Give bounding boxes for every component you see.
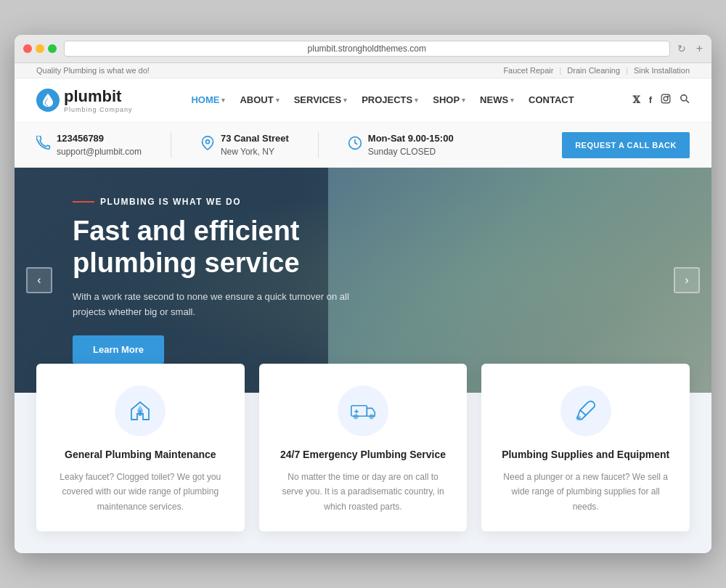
service-card-supplies: Plumbing Supplies and Equipment Need a p… (481, 364, 690, 531)
clock-icon (348, 136, 362, 154)
hero-description: With a work rate second to none we ensur… (73, 290, 378, 320)
close-button[interactable] (23, 44, 32, 53)
instagram-icon[interactable] (661, 94, 671, 106)
contact-address-text: 73 Canal Street New York, NY (221, 131, 289, 159)
reload-button[interactable]: ↻ (677, 43, 686, 54)
hero-cta-button[interactable]: Learn More (73, 335, 164, 364)
hero-section: ‹ PLUMBING IS WHAT WE DO Fast and effici… (15, 168, 711, 393)
nav-icons: 𝕏 f (633, 94, 690, 106)
svg-point-10 (370, 415, 373, 419)
browser-traffic-lights (23, 44, 57, 53)
navbar: plumbit Plumbing Company HOME ▾ ABOUT ▾ … (15, 78, 711, 123)
hero-subtitle-text: PLUMBING IS WHAT WE DO (100, 197, 241, 207)
nav-item-shop[interactable]: SHOP ▾ (433, 94, 465, 105)
twitter-icon[interactable]: 𝕏 (633, 94, 640, 106)
service-icon-wrap-3 (560, 385, 611, 436)
new-tab-button[interactable]: + (696, 42, 703, 55)
top-info-left: Quality Plumbing is what we do! (36, 66, 150, 75)
top-service-3: Sink Installation (634, 66, 690, 75)
browser-chrome: plumbit.strongholdthemes.com ↻ + (15, 35, 711, 63)
logo-icon (36, 89, 60, 112)
contact-phone-text: 123456789 support@plumbit.com (57, 131, 142, 159)
service-desc-1: Leaky faucet? Clogged toilet? We got you… (54, 470, 227, 514)
nav-item-services[interactable]: SERVICES ▾ (294, 94, 348, 105)
service-title-1: General Plumbing Maintenance (54, 448, 227, 462)
maximize-button[interactable] (48, 44, 57, 53)
service-card-emergency: 24/7 Emergency Plumbing Service No matte… (259, 364, 468, 531)
service-desc-3: Need a plunger or a new faucet? We sell … (499, 470, 672, 514)
service-icon-wrap-2 (338, 385, 388, 436)
home-plumbing-icon (129, 399, 152, 422)
facebook-icon[interactable]: f (649, 94, 652, 105)
svg-point-2 (668, 97, 669, 97)
service-icon-wrap-1 (115, 385, 166, 436)
svg-point-13 (576, 417, 580, 420)
nav-item-news[interactable]: NEWS ▾ (480, 94, 514, 105)
nav-item-contact[interactable]: CONTACT (529, 94, 574, 105)
subtitle-line (73, 201, 94, 203)
contact-divider-2 (318, 132, 319, 158)
top-info-bar: Quality Plumbing is what we do! Faucet R… (15, 63, 711, 78)
logo-tagline: Plumbing Company (64, 106, 133, 113)
svg-line-4 (686, 101, 689, 104)
minimize-button[interactable] (36, 44, 44, 53)
nav-item-projects[interactable]: PROJECTS ▾ (362, 94, 418, 105)
nav-item-about[interactable]: ABOUT ▾ (240, 94, 279, 105)
top-service-2: Drain Cleaning (567, 66, 620, 75)
carousel-next-button[interactable]: › (674, 267, 700, 293)
nav-menu: HOME ▾ ABOUT ▾ SERVICES ▾ PROJECTS ▾ SHO… (191, 94, 574, 105)
svg-rect-0 (661, 95, 670, 104)
contact-hours-text: Mon-Sat 9.00-15:00 Sunday CLOSED (368, 131, 454, 159)
nav-item-home[interactable]: HOME ▾ (191, 94, 225, 105)
svg-point-5 (205, 140, 209, 144)
logo-text: plumbit Plumbing Company (64, 87, 133, 113)
request-callback-button[interactable]: REQUEST A CALL BACK (562, 132, 690, 158)
svg-point-1 (664, 97, 668, 101)
svg-point-9 (354, 415, 357, 419)
svg-rect-8 (351, 406, 367, 416)
search-icon[interactable] (680, 94, 690, 106)
separator: | (559, 66, 561, 75)
contact-divider-1 (171, 132, 171, 158)
service-title-2: 24/7 Emergency Plumbing Service (277, 448, 450, 462)
service-desc-2: No matter the time or day are on call to… (277, 470, 450, 514)
separator: | (626, 66, 628, 75)
location-icon (200, 136, 215, 154)
hero-content: PLUMBING IS WHAT WE DO Fast and efficien… (15, 197, 436, 364)
hero-title: Fast and efficient plumbing service (73, 216, 378, 279)
contact-phone: 123456789 support@plumbit.com (36, 131, 142, 159)
service-title-3: Plumbing Supplies and Equipment (499, 448, 672, 462)
logo-name: plumbit (64, 87, 133, 106)
phone-icon (36, 136, 51, 154)
carousel-prev-button[interactable]: ‹ (26, 267, 52, 293)
logo[interactable]: plumbit Plumbing Company (36, 87, 133, 113)
contact-hours: Mon-Sat 9.00-15:00 Sunday CLOSED (348, 131, 454, 159)
top-service-1: Faucet Repair (503, 66, 553, 75)
browser-window: plumbit.strongholdthemes.com ↻ + Quality… (15, 35, 711, 553)
services-grid: General Plumbing Maintenance Leaky fauce… (36, 364, 690, 531)
svg-point-3 (681, 95, 687, 101)
contact-address: 73 Canal Street New York, NY (200, 131, 289, 159)
top-info-right: Faucet Repair | Drain Cleaning | Sink In… (503, 66, 690, 75)
service-card-maintenance: General Plumbing Maintenance Leaky fauce… (36, 364, 245, 531)
services-section: General Plumbing Maintenance Leaky fauce… (15, 364, 711, 553)
emergency-truck-icon (350, 401, 376, 421)
contact-bar: 123456789 support@plumbit.com 73 Canal S… (15, 123, 711, 168)
wrench-icon (574, 399, 597, 422)
hero-subtitle: PLUMBING IS WHAT WE DO (73, 197, 378, 207)
address-bar[interactable]: plumbit.strongholdthemes.com (64, 41, 670, 57)
